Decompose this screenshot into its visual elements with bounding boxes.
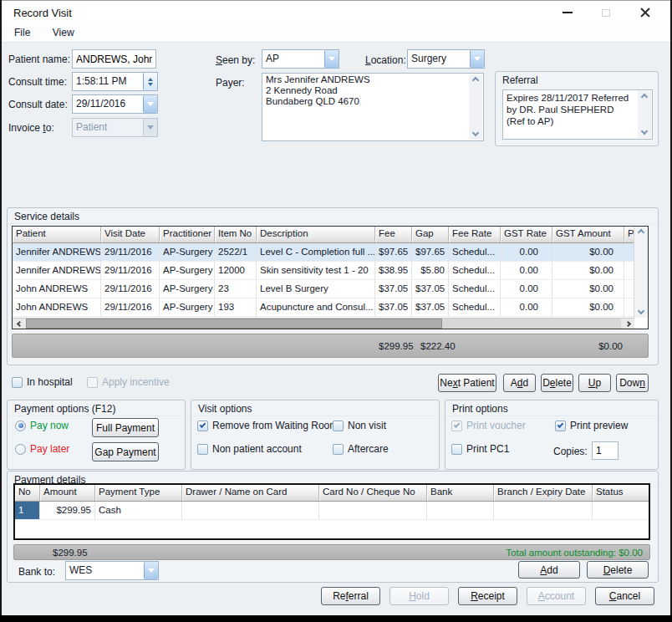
referral-scrollbar[interactable] bbox=[638, 91, 651, 138]
move-down-button[interactable]: Down bbox=[616, 374, 649, 392]
receipt-button[interactable]: Receipt bbox=[458, 587, 517, 605]
column-header[interactable]: Amount bbox=[40, 485, 95, 501]
aftercare-label: Aftercare bbox=[348, 443, 389, 455]
column-header[interactable]: Bank bbox=[427, 485, 494, 501]
menu-bar: File View bbox=[2, 23, 670, 43]
title-bar: Record Visit bbox=[2, 1, 670, 23]
move-up-button[interactable]: Up bbox=[578, 374, 611, 392]
column-header[interactable]: Gap bbox=[412, 227, 449, 242]
cell-patient: John ANDREWS bbox=[13, 298, 101, 316]
consult-time-field[interactable]: 1:58:11 PM bbox=[72, 72, 158, 91]
dropdown-button[interactable] bbox=[324, 50, 339, 68]
gap-payment-button[interactable]: Gap Payment bbox=[92, 442, 159, 461]
dropdown-button[interactable] bbox=[470, 50, 484, 68]
scroll-left-button[interactable] bbox=[13, 319, 26, 329]
checkbox-box bbox=[197, 444, 208, 455]
outstanding-amount: Total amount outstanding: $0.00 bbox=[506, 548, 643, 558]
column-header[interactable]: Payment Type bbox=[95, 485, 182, 501]
seen-by-label: Seen by: bbox=[216, 54, 255, 66]
spinner-up-icon bbox=[148, 78, 153, 81]
payer-field[interactable]: Mrs Jennifer ANDREWS 2 Kennedy Road Bund… bbox=[262, 73, 484, 141]
minimize-button[interactable] bbox=[553, 4, 582, 21]
column-header[interactable]: No bbox=[15, 485, 40, 501]
scroll-left-icon bbox=[16, 320, 22, 326]
pay-later-radio[interactable]: Pay later bbox=[15, 443, 69, 455]
referral-button[interactable]: Referral bbox=[321, 587, 380, 605]
service-row[interactable]: John ANDREWS 29/11/2016 AP-Surgery 193 A… bbox=[13, 298, 648, 317]
bank-to-value: WES bbox=[66, 562, 144, 579]
referral-group-title: Referral bbox=[502, 74, 538, 86]
payer-scrollbar[interactable] bbox=[469, 74, 482, 140]
consult-date-dropdown[interactable]: 29/11/2016 bbox=[72, 94, 158, 114]
hscroll-thumb[interactable] bbox=[26, 319, 442, 329]
cell-fee: $97.65 bbox=[375, 243, 412, 261]
service-add-button[interactable]: Add bbox=[503, 374, 536, 392]
column-header[interactable]: Practitioner bbox=[160, 227, 215, 242]
close-button[interactable] bbox=[629, 4, 662, 21]
non-patient-account-checkbox[interactable]: Non patient account bbox=[197, 443, 302, 455]
location-value: Surgery bbox=[408, 50, 470, 68]
full-payment-button[interactable]: Full Payment bbox=[92, 418, 159, 437]
non-patient-account-label: Non patient account bbox=[212, 443, 302, 455]
cell-gst-rate: 0.00 bbox=[501, 280, 552, 298]
service-table-hscrollbar[interactable] bbox=[13, 318, 634, 329]
radio-circle bbox=[15, 421, 26, 431]
pay-now-radio[interactable]: Pay now bbox=[15, 420, 69, 431]
service-row[interactable]: Jennifer ANDREWS 29/11/2016 AP-Surgery 2… bbox=[13, 243, 648, 262]
apply-incentive-checkbox: Apply incentive bbox=[87, 376, 170, 388]
consult-time-spinner[interactable] bbox=[143, 73, 157, 90]
column-header[interactable]: Fee bbox=[375, 227, 412, 242]
cell-amount: $299.95 bbox=[40, 502, 95, 519]
patient-name-field[interactable] bbox=[72, 49, 156, 69]
aftercare-checkbox[interactable]: Aftercare bbox=[333, 443, 389, 455]
maximize-button[interactable] bbox=[592, 4, 620, 21]
column-header[interactable]: Visit Date bbox=[101, 227, 160, 242]
non-visit-checkbox[interactable]: Non visit bbox=[333, 420, 386, 431]
seen-by-dropdown[interactable]: AP bbox=[262, 49, 339, 69]
column-header[interactable]: Drawer / Name on Card bbox=[182, 485, 319, 501]
column-header[interactable]: Status bbox=[593, 485, 649, 501]
cell-description: Acupuncture and Consul... bbox=[257, 298, 375, 316]
dropdown-button bbox=[143, 119, 157, 136]
cell-no: 1 bbox=[15, 502, 40, 519]
menu-file[interactable]: File bbox=[5, 23, 39, 43]
column-header[interactable]: Patient bbox=[13, 227, 101, 242]
column-header[interactable]: Fee Rate bbox=[449, 227, 501, 242]
referral-field[interactable]: Expires 28/11/2017 Referred by DR. Paul … bbox=[502, 89, 653, 140]
scroll-down-icon bbox=[641, 128, 648, 135]
cell-item-no: 12000 bbox=[215, 262, 257, 279]
copies-field[interactable] bbox=[592, 441, 619, 460]
column-header[interactable]: Branch / Expiry Date bbox=[494, 485, 593, 501]
service-row[interactable]: John ANDREWS 29/11/2016 AP-Surgery 23 Le… bbox=[13, 280, 648, 298]
column-header[interactable]: Card No / Cheque No bbox=[319, 485, 427, 501]
cell-gst-amount: $0.00 bbox=[552, 298, 624, 316]
scroll-right-button[interactable] bbox=[621, 319, 634, 329]
dropdown-button[interactable] bbox=[143, 95, 157, 113]
service-row[interactable]: Jennifer ANDREWS 29/11/2016 AP-Surgery 1… bbox=[13, 262, 648, 280]
location-dropdown[interactable]: Surgery bbox=[407, 49, 485, 69]
payment-row[interactable]: 1 $299.95 Cash bbox=[15, 502, 649, 520]
checkbox-box bbox=[451, 444, 462, 455]
column-header[interactable]: Description bbox=[257, 227, 375, 242]
payment-delete-button[interactable]: Delete bbox=[587, 561, 649, 579]
print-pc1-checkbox[interactable]: Print PC1 bbox=[451, 443, 509, 455]
group-header-line bbox=[8, 208, 657, 224]
bank-to-dropdown[interactable]: WES bbox=[65, 561, 159, 580]
next-patient-button[interactable]: Next Patient bbox=[438, 374, 496, 392]
apply-incentive-label: Apply incentive bbox=[102, 376, 170, 388]
service-delete-button[interactable]: Delete bbox=[541, 374, 573, 392]
remove-waiting-room-checkbox[interactable]: Remove from Waiting Room bbox=[197, 420, 338, 431]
maximize-icon bbox=[602, 9, 610, 17]
payment-add-button[interactable]: Add bbox=[518, 561, 580, 579]
payer-line: 2 Kennedy Road bbox=[262, 84, 483, 95]
in-hospital-checkbox[interactable]: In hospital bbox=[12, 376, 73, 388]
print-preview-checkbox[interactable]: Print preview bbox=[555, 420, 628, 431]
column-header[interactable]: Item No bbox=[215, 227, 257, 242]
column-header[interactable]: GST Rate bbox=[501, 227, 552, 242]
scroll-up-icon bbox=[641, 94, 648, 100]
service-table-vscrollbar[interactable] bbox=[634, 227, 648, 318]
column-header[interactable]: GST Amount bbox=[552, 227, 624, 242]
menu-view[interactable]: View bbox=[43, 23, 84, 43]
dropdown-button[interactable] bbox=[144, 562, 158, 579]
cancel-button[interactable]: Cancel bbox=[595, 587, 654, 605]
